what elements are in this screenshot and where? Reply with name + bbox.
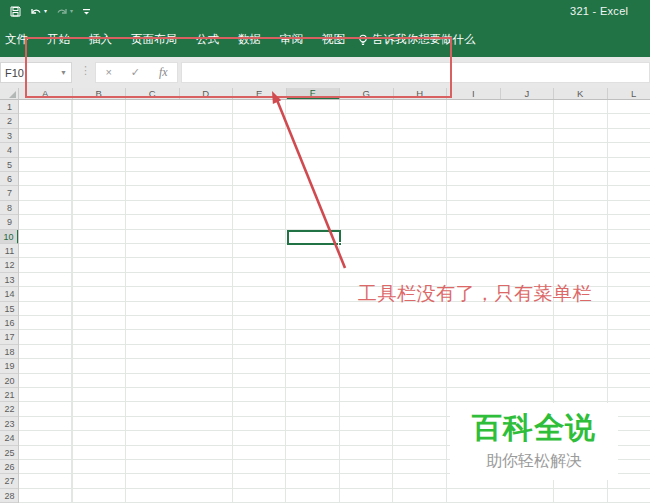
menu-tab-7[interactable]: 审阅 (280, 32, 303, 47)
menu-tab-8[interactable]: 视图 (322, 32, 345, 47)
row-header-13[interactable]: 13 (0, 273, 19, 287)
row-header-6[interactable]: 6 (0, 172, 19, 186)
column-headers: ABCDEFGHIJKL (19, 88, 650, 100)
menu-tab-5[interactable]: 公式 (196, 32, 219, 47)
select-all-corner[interactable] (0, 88, 19, 100)
insert-function-icon[interactable]: fx (159, 65, 168, 80)
row-header-5[interactable]: 5 (0, 158, 19, 172)
row-header-21[interactable]: 21 (0, 388, 19, 402)
row-header-28[interactable]: 28 (0, 489, 19, 503)
row-header-22[interactable]: 22 (0, 402, 19, 416)
row-header-17[interactable]: 17 (0, 330, 19, 344)
row-headers: 1234567891011121314151617181920212223242… (0, 100, 19, 503)
lightbulb-icon (358, 34, 368, 46)
menu-tab-3[interactable]: 插入 (89, 32, 112, 47)
row-header-16[interactable]: 16 (0, 316, 19, 330)
menu-tab-6[interactable]: 数据 (238, 32, 261, 47)
annotation-callout-text: 工具栏没有了，只有菜单栏 (358, 281, 592, 307)
menu-tab-2[interactable]: 开始 (47, 32, 70, 47)
watermark-title: 百科全说 (450, 408, 618, 449)
row-header-12[interactable]: 12 (0, 258, 19, 272)
row-header-7[interactable]: 7 (0, 186, 19, 200)
row-header-25[interactable]: 25 (0, 446, 19, 460)
column-header-L[interactable]: L (608, 88, 650, 100)
save-icon[interactable] (10, 6, 21, 17)
column-header-B[interactable]: B (73, 88, 127, 100)
excel-window: ▾ ▾ 321 - Excel 文件开始插入页面布局公式数据审阅视图 告诉我你想… (0, 0, 650, 503)
row-header-15[interactable]: 15 (0, 302, 19, 316)
column-header-C[interactable]: C (126, 88, 180, 100)
formula-input[interactable] (181, 62, 650, 83)
row-header-24[interactable]: 24 (0, 431, 19, 445)
row-header-26[interactable]: 26 (0, 460, 19, 474)
column-header-A[interactable]: A (19, 88, 73, 100)
watermark-subtitle: 助你轻松解决 (450, 451, 618, 472)
column-header-J[interactable]: J (501, 88, 555, 100)
row-header-14[interactable]: 14 (0, 287, 19, 301)
title-bar: ▾ ▾ 321 - Excel (0, 0, 650, 22)
row-header-18[interactable]: 18 (0, 345, 19, 359)
column-header-F[interactable]: F (287, 88, 341, 100)
menu-tab-4[interactable]: 页面布局 (131, 32, 177, 47)
row-header-11[interactable]: 11 (0, 244, 19, 258)
row-header-4[interactable]: 4 (0, 143, 19, 157)
row-header-1[interactable]: 1 (0, 100, 19, 114)
menu-tabs: 文件开始插入页面布局公式数据审阅视图 (0, 32, 345, 47)
name-box-dropdown-caret[interactable]: ▼ (60, 69, 71, 76)
cancel-icon[interactable]: × (105, 67, 111, 78)
row-header-2[interactable]: 2 (0, 114, 19, 128)
window-title: 321 - Excel (570, 5, 628, 17)
column-header-H[interactable]: H (394, 88, 448, 100)
customize-quick-access-icon[interactable] (82, 7, 91, 16)
quick-access-toolbar: ▾ ▾ (0, 6, 91, 17)
menu-bar: 文件开始插入页面布局公式数据审阅视图 告诉我你想要做什么 (0, 22, 650, 57)
select-all-triangle-icon (9, 91, 16, 98)
undo-dropdown-caret[interactable]: ▾ (44, 8, 47, 14)
row-header-8[interactable]: 8 (0, 201, 19, 215)
column-header-D[interactable]: D (180, 88, 234, 100)
tell-me-label: 告诉我你想要做什么 (372, 32, 476, 47)
undo-button[interactable]: ▾ (30, 6, 47, 17)
row-header-3[interactable]: 3 (0, 129, 19, 143)
formula-buttons: × ✓ fx (95, 62, 178, 83)
name-box[interactable]: F10 ▼ (0, 62, 72, 83)
column-header-E[interactable]: E (233, 88, 287, 100)
name-box-value: F10 (1, 67, 60, 79)
selected-cell-F10[interactable] (287, 230, 341, 245)
redo-dropdown-caret: ▾ (70, 8, 73, 14)
enter-icon[interactable]: ✓ (131, 67, 140, 78)
column-header-I[interactable]: I (447, 88, 501, 100)
menu-tab-1[interactable]: 文件 (5, 32, 28, 47)
column-header-G[interactable]: G (340, 88, 394, 100)
row-header-20[interactable]: 20 (0, 374, 19, 388)
row-header-27[interactable]: 27 (0, 474, 19, 488)
formula-bar-drag-handle[interactable]: ⋮ (80, 64, 91, 77)
formula-bar: F10 ▼ ⋮ × ✓ fx (0, 57, 650, 88)
row-header-10[interactable]: 10 (0, 230, 19, 244)
column-header-K[interactable]: K (554, 88, 608, 100)
row-header-19[interactable]: 19 (0, 359, 19, 373)
watermark: 百科全说 助你轻松解决 (450, 403, 618, 480)
redo-button: ▾ (56, 6, 73, 17)
tell-me-box[interactable]: 告诉我你想要做什么 (358, 32, 476, 47)
row-header-23[interactable]: 23 (0, 417, 19, 431)
fill-handle[interactable] (338, 242, 342, 246)
row-header-9[interactable]: 9 (0, 215, 19, 229)
